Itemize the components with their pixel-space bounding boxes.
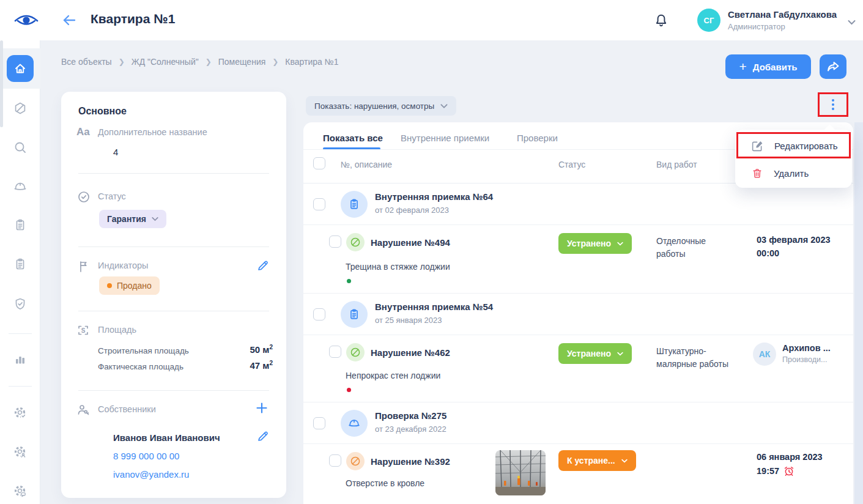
owners-field-label: Собственники: [98, 404, 156, 414]
tab-show-all[interactable]: Показать все: [323, 133, 383, 143]
object-info-card: Основное Aa Дополнительное название 4 Ст…: [61, 92, 286, 498]
breadcrumb-separator-icon: ❯: [206, 57, 212, 66]
status-dropdown-button[interactable]: Устранено: [558, 343, 632, 364]
add-button-label: Добавить: [753, 62, 798, 72]
clipboard-icon: [13, 218, 28, 232]
sidebar-divider: [9, 333, 32, 334]
more-actions-kebab-button[interactable]: [832, 99, 834, 110]
name-field-value: 4: [113, 147, 118, 157]
sidebar-item-home[interactable]: [7, 55, 34, 82]
sidebar-item-violations[interactable]: [13, 101, 28, 116]
sidebar-item-inspections[interactable]: [13, 179, 28, 194]
row-checkbox[interactable]: [313, 308, 325, 321]
sidebar-item-settings-users[interactable]: [13, 445, 28, 459]
sidebar-item-warranty[interactable]: [13, 297, 28, 311]
row-checkbox[interactable]: [329, 454, 341, 467]
breadcrumb-project[interactable]: ЖД "Солнечный": [131, 57, 199, 67]
gear-chat-icon: [13, 484, 28, 498]
back-arrow-icon[interactable]: [61, 13, 77, 28]
status-value-dropdown[interactable]: Гарантия: [99, 210, 166, 228]
indicator-chip-label: Продано: [117, 281, 152, 291]
status-dropdown-button[interactable]: К устране...: [558, 450, 636, 471]
add-owner-plus-icon[interactable]: [254, 401, 269, 415]
sidebar-item-search[interactable]: [13, 140, 28, 155]
app-logo-eye-icon[interactable]: [13, 12, 39, 31]
menu-item-delete[interactable]: Удалить: [735, 159, 852, 187]
select-all-checkbox[interactable]: [313, 157, 325, 169]
menu-item-edit-label: Редактировать: [774, 141, 838, 151]
row-title[interactable]: Проверка №275: [375, 410, 446, 421]
user-menu-chevron-down-icon[interactable]: [848, 17, 856, 28]
chevron-down-icon: [617, 242, 623, 246]
row-title[interactable]: Нарушение №392: [371, 456, 450, 467]
flag-icon: [76, 259, 91, 274]
owner-email-link[interactable]: ivanov@yandex.ru: [113, 469, 189, 480]
table-row-violation-462: Нарушение №462 Непрокрас стен лоджии Уст…: [303, 335, 853, 402]
row-checkbox[interactable]: [313, 417, 325, 429]
assignee-name: Архипов ...: [782, 343, 831, 353]
deadline-date: 06 января 2023: [757, 452, 823, 462]
deadline-date: 03 февраля 2023: [757, 235, 831, 245]
divider: [78, 311, 269, 311]
area-brackets-icon: S: [76, 323, 91, 338]
edit-owner-pencil-icon[interactable]: [257, 430, 269, 442]
user-avatar[interactable]: СГ: [697, 9, 720, 32]
user-name: Светлана Габдулхакова: [728, 9, 837, 20]
slash-circle-icon: [350, 347, 361, 358]
row-title[interactable]: Нарушение №494: [371, 237, 450, 248]
area-actual-label: Фактическая площадь: [98, 362, 183, 371]
violation-photo-thumbnail[interactable]: [495, 450, 546, 495]
sidebar-item-settings-tasks[interactable]: [13, 406, 28, 420]
table-row-acceptance-54: Внутренняя приемка №54 от 25 января 2023: [303, 294, 853, 335]
name-field-label: Дополнительное название: [98, 127, 207, 137]
status-label: Устранено: [567, 349, 611, 358]
show-filter-label: Показать: нарушения, осмотры: [314, 102, 434, 111]
row-title[interactable]: Внутренняя приемка №54: [375, 302, 493, 312]
row-checkbox[interactable]: [313, 198, 325, 210]
row-title[interactable]: Внутренняя приемка №64: [375, 191, 493, 202]
row-date: от 23 декабря 2022: [375, 424, 446, 434]
scrollbar-track[interactable]: [854, 122, 863, 504]
gear-user-icon: [13, 445, 28, 459]
breadcrumb-all-objects[interactable]: Все объекты: [61, 57, 112, 67]
slash-circle-icon: [350, 237, 361, 248]
owner-name: Иванов Иван Иванович: [113, 432, 220, 443]
status-dropdown-button[interactable]: Устранено: [558, 233, 632, 254]
tab-checks[interactable]: Проверки: [517, 133, 558, 143]
row-title[interactable]: Нарушение №462: [371, 347, 450, 358]
menu-item-edit[interactable]: Редактировать: [735, 132, 852, 160]
tab-internal-acceptances[interactable]: Внутренние приемки: [401, 133, 489, 143]
indicator-dot-icon: [107, 283, 112, 288]
notifications-bell-icon[interactable]: [653, 12, 669, 28]
owner-phone-link[interactable]: 8 999 000 00 00: [113, 451, 179, 461]
acceptance-avatar: [341, 301, 368, 328]
status-label: К устране...: [567, 456, 615, 465]
share-button[interactable]: [820, 54, 846, 79]
sidebar-divider: [9, 386, 32, 387]
area-actual-value: 47 м2: [250, 360, 273, 371]
sidebar-item-analytics[interactable]: [13, 352, 28, 366]
work-type: Отделочныеработы: [656, 235, 748, 261]
deadline-time: 19:57: [757, 465, 794, 476]
area-field-label: Площадь: [98, 325, 136, 335]
check-avatar: [341, 410, 368, 437]
show-filter-dropdown[interactable]: Показать: нарушения, осмотры: [306, 96, 456, 116]
breadcrumb-premises[interactable]: Помещения: [218, 57, 266, 67]
sidebar-item-checklists[interactable]: [13, 257, 28, 272]
slash-circle-icon: [350, 456, 361, 467]
sidebar-item-settings-feedback[interactable]: [13, 484, 28, 498]
user-role: Администратор: [728, 22, 785, 31]
row-checkbox[interactable]: [329, 346, 341, 358]
chevron-down-icon: [152, 217, 158, 221]
deadline-time: 00:00: [757, 248, 779, 258]
row-description: Трещина в стяжке лоджии: [346, 262, 450, 272]
kebab-annotation-box: [818, 92, 848, 117]
sidebar-item-acceptances[interactable]: [13, 218, 28, 232]
edit-indicators-pencil-icon[interactable]: [257, 259, 269, 272]
add-button[interactable]: + Добавить: [725, 54, 811, 79]
menu-item-delete-label: Удалить: [774, 168, 809, 179]
row-checkbox[interactable]: [329, 235, 341, 248]
gear-check-icon: [13, 406, 28, 420]
divider: [78, 246, 269, 247]
svg-text:S: S: [81, 327, 86, 334]
